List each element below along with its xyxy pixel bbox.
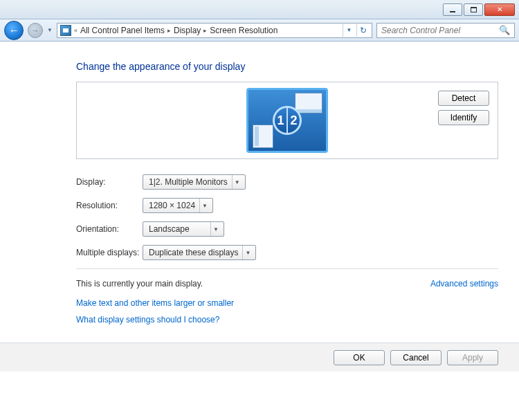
mini-screen-bottom [253,125,273,148]
ok-button[interactable]: OK [334,350,385,365]
display-row: Display: 1|2. Multiple Monitors ▼ [76,174,498,190]
chevron-down-icon: ▼ [210,222,221,236]
badge-1: 1 [275,108,288,133]
arrow-left-icon: ← [9,24,19,36]
detect-button[interactable]: Detect [438,91,489,106]
monitor-graphic[interactable]: 1 2 [246,88,328,153]
main-display-note: This is currently your main display. [76,279,203,289]
back-button[interactable]: ← [4,21,24,40]
orientation-value: Landscape [149,224,206,234]
nav-history-dropdown[interactable]: ▼ [47,27,53,33]
badge-2: 2 [288,108,300,133]
orientation-combo[interactable]: Landscape ▼ [143,221,224,237]
chevron-right-icon: ▸ [167,27,171,34]
search-box[interactable]: 🔍 [376,23,515,38]
display-preview-box: 1 2 Detect Identify [76,82,498,159]
breadcrumb-back-icon[interactable]: « [74,27,78,34]
apply-button: Apply [447,350,498,365]
crumb-screen-resolution[interactable]: Screen Resolution [210,26,277,35]
address-bar[interactable]: « All Control Panel Items ▸ Display ▸ Sc… [57,23,372,38]
page-heading: Change the appearance of your display [76,61,498,72]
content-area: Change the appearance of your display 1 … [0,42,519,325]
resolution-label: Resolution: [76,201,143,210]
close-button[interactable]: ✕ [484,3,515,16]
orientation-row: Orientation: Landscape ▼ [76,221,498,237]
crumb-all-items[interactable]: All Control Panel Items [80,26,165,35]
main-display-note-row: This is currently your main display. Adv… [76,268,498,289]
identify-button[interactable]: Identify [438,110,489,125]
minimize-icon [450,11,455,12]
resolution-value: 1280 × 1024 [149,201,195,210]
close-icon: ✕ [497,6,502,13]
text-size-link[interactable]: Make text and other items larger or smal… [76,298,498,308]
advanced-settings-link[interactable]: Advanced settings [430,279,498,289]
monitor-id-badge: 1 2 [273,106,302,135]
display-value: 1|2. Multiple Monitors [149,177,228,187]
search-input[interactable] [381,26,499,35]
resolution-row: Resolution: 1280 × 1024 ▼ [76,198,498,213]
control-panel-icon [60,25,71,36]
refresh-button[interactable]: ↻ [356,24,369,37]
search-icon[interactable]: 🔍 [499,25,510,35]
multiple-displays-combo[interactable]: Duplicate these displays ▼ [143,245,256,260]
dialog-footer: OK Cancel Apply [0,343,519,372]
display-label: Display: [76,177,143,187]
arrow-right-icon: → [32,26,39,35]
chevron-down-icon: ▼ [199,199,210,212]
orientation-label: Orientation: [76,224,143,234]
chevron-down-icon: ▼ [232,175,242,189]
minimize-button[interactable] [443,3,462,16]
multiple-displays-row: Multiple displays: Duplicate these displ… [76,245,498,260]
forward-button[interactable]: → [28,23,43,38]
cancel-button[interactable]: Cancel [390,350,441,365]
help-links: Make text and other items larger or smal… [76,298,498,325]
titlebar: ✕ [0,0,519,19]
navbar: ← → ▼ « All Control Panel Items ▸ Displa… [0,19,519,42]
multiple-displays-label: Multiple displays: [76,248,143,257]
resolution-combo[interactable]: 1280 × 1024 ▼ [143,198,213,213]
maximize-button[interactable] [464,3,483,16]
maximize-icon [471,7,477,12]
display-combo[interactable]: 1|2. Multiple Monitors ▼ [143,174,246,190]
crumb-display[interactable]: Display [174,26,201,35]
help-choose-link[interactable]: What display settings should I choose? [76,315,498,325]
chevron-down-icon: ▼ [242,246,253,259]
multiple-displays-value: Duplicate these displays [149,248,238,257]
chevron-right-icon: ▸ [203,27,207,34]
address-dropdown[interactable]: ▼ [343,24,355,37]
